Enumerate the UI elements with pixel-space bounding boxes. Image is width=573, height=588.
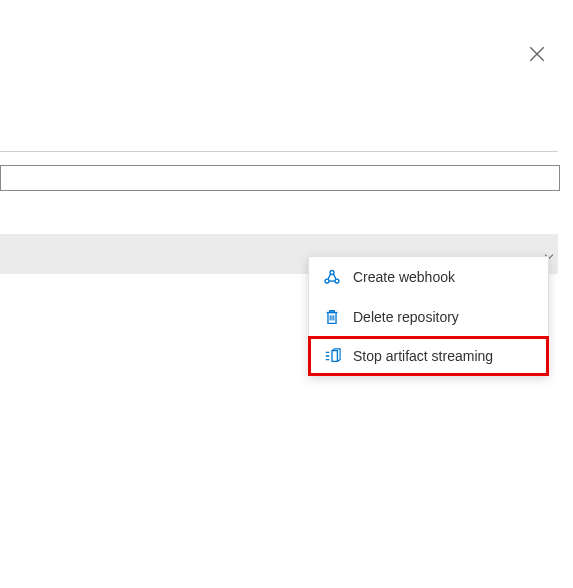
stop-stream-icon <box>323 347 341 365</box>
menu-item-create-webhook[interactable]: Create webhook <box>309 257 548 297</box>
close-icon <box>528 45 546 63</box>
menu-item-label: Delete repository <box>353 309 459 325</box>
menu-item-label: Create webhook <box>353 269 455 285</box>
divider <box>0 151 558 152</box>
menu-item-stop-artifact-streaming[interactable]: Stop artifact streaming <box>308 336 549 376</box>
delete-icon <box>323 308 341 326</box>
menu-item-label: Stop artifact streaming <box>353 348 493 364</box>
svg-point-4 <box>335 279 339 283</box>
context-menu: Create webhook Delete repository Stop ar… <box>308 256 549 376</box>
svg-point-3 <box>325 279 329 283</box>
close-button[interactable] <box>528 45 546 63</box>
text-input[interactable] <box>0 165 560 191</box>
menu-item-delete-repository[interactable]: Delete repository <box>309 297 548 337</box>
webhook-icon <box>323 268 341 286</box>
